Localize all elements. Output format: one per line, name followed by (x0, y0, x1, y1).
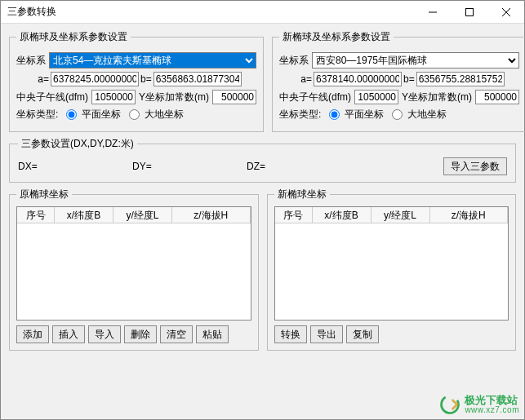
new-b-label: b= (403, 73, 415, 85)
convert-button[interactable]: 转换 (274, 325, 307, 343)
watermark-name: 极光下载站 (465, 395, 519, 405)
close-button[interactable] (487, 1, 524, 23)
col-y[interactable]: y/经度L (372, 207, 430, 223)
copy-button[interactable]: 复制 (346, 325, 379, 343)
orig-a-input[interactable] (51, 72, 139, 86)
new-meridian-input[interactable] (354, 90, 398, 104)
import-three-params-button[interactable]: 导入三参数 (443, 157, 507, 175)
new-yconst-label: Y坐标加常数(m) (402, 91, 472, 104)
orig-meridian-input[interactable] (91, 90, 136, 104)
three-params-group: 三参数设置(DX,DY,DZ:米) DX= DY= DZ= 导入三参数 (9, 137, 516, 183)
orig-legend: 原椭球及坐标系参数设置 (16, 30, 131, 44)
new-b-input[interactable] (416, 72, 505, 86)
dz-label: DZ= (247, 161, 287, 172)
orig-type-plane-label: 平面坐标 (82, 108, 121, 122)
col-y[interactable]: y/经度L (113, 207, 172, 223)
new-coord-headers: 序号 x/纬度B y/经度L z/海拔H (275, 207, 509, 223)
minimize-button[interactable] (414, 1, 451, 23)
col-x[interactable]: x/纬度B (313, 207, 372, 223)
titlebar: 三参数转换 (1, 1, 524, 24)
new-a-label: a= (300, 73, 312, 85)
window-title: 三参数转换 (7, 5, 414, 19)
new-type-geo-label: 大地坐标 (407, 108, 447, 122)
watermark-icon (438, 393, 461, 416)
new-legend: 新椭球及坐标系参数设置 (279, 30, 394, 44)
add-button[interactable]: 添加 (16, 325, 49, 343)
new-coord-group: 新椭球坐标 序号 x/纬度B y/经度L z/海拔H 转换 导出 复制 (267, 188, 517, 351)
orig-coord-label: 坐标系 (16, 54, 46, 68)
new-coord-label: 坐标系 (279, 54, 309, 68)
new-coord-legend: 新椭球坐标 (274, 188, 330, 201)
svg-point-4 (438, 393, 461, 416)
content: 原椭球及坐标系参数设置 坐标系 北京54—克拉索夫斯基椭球 a= b= 中央子午… (1, 24, 524, 419)
dx-label: DX= (18, 161, 59, 172)
maximize-button[interactable] (451, 1, 487, 23)
new-type-plane-radio[interactable] (329, 109, 340, 120)
delete-button[interactable]: 删除 (124, 325, 157, 343)
new-meridian-label: 中央子午线(dfm) (279, 91, 351, 104)
app-window: 三参数转换 原椭球及坐标系参数设置 坐标系 北京54—克拉索夫斯基椭球 (0, 0, 525, 420)
new-coord-select[interactable]: 西安80—1975年国际椭球 (312, 52, 519, 69)
window-controls (414, 1, 524, 23)
export-button[interactable]: 导出 (310, 325, 343, 343)
clear-button[interactable]: 清空 (160, 325, 193, 343)
paste-button[interactable]: 粘贴 (196, 325, 229, 343)
watermark: 极光下载站 www.xz7.com (438, 393, 519, 416)
maximize-icon (465, 8, 474, 16)
orig-meridian-label: 中央子午线(dfm) (16, 91, 88, 104)
orig-type-geo-radio[interactable] (129, 109, 140, 120)
watermark-url: www.xz7.com (465, 405, 519, 414)
orig-coord-list[interactable]: 序号 x/纬度B y/经度L z/海拔H (16, 206, 251, 321)
col-idx[interactable]: 序号 (17, 207, 55, 223)
col-x[interactable]: x/纬度B (55, 207, 113, 223)
col-idx[interactable]: 序号 (275, 207, 313, 223)
orig-a-label: a= (38, 73, 49, 85)
new-type-plane-label: 平面坐标 (345, 108, 384, 122)
svg-rect-1 (465, 8, 473, 15)
new-yconst-input[interactable] (475, 90, 519, 104)
orig-yconst-label: Y坐标加常数(m) (139, 91, 209, 104)
orig-b-input[interactable] (153, 72, 242, 86)
orig-coord-legend: 原椭球坐标 (16, 188, 72, 201)
insert-button[interactable]: 插入 (52, 325, 85, 343)
orig-type-geo-label: 大地坐标 (145, 108, 184, 122)
orig-type-plane-radio[interactable] (66, 109, 77, 120)
three-legend: 三参数设置(DX,DY,DZ:米) (18, 137, 137, 151)
orig-ellipsoid-group: 原椭球及坐标系参数设置 坐标系 北京54—克拉索夫斯基椭球 a= b= 中央子午… (9, 30, 264, 132)
new-type-label: 坐标类型: (279, 108, 321, 122)
import-button[interactable]: 导入 (88, 325, 121, 343)
new-type-geo-radio[interactable] (392, 109, 403, 120)
close-icon (502, 8, 510, 16)
orig-coord-headers: 序号 x/纬度B y/经度L z/海拔H (17, 207, 251, 223)
new-coord-list[interactable]: 序号 x/纬度B y/经度L z/海拔H (274, 206, 509, 321)
orig-coord-group: 原椭球坐标 序号 x/纬度B y/经度L z/海拔H 添加 插入 导入 删除 清… (9, 188, 259, 351)
new-ellipsoid-group: 新椭球及坐标系参数设置 坐标系 西安80—1975年国际椭球 a= b= 中央子… (272, 30, 525, 132)
orig-coord-select[interactable]: 北京54—克拉索夫斯基椭球 (49, 52, 256, 69)
minimize-icon (429, 8, 437, 16)
new-a-input[interactable] (314, 72, 402, 86)
orig-yconst-input[interactable] (212, 90, 256, 104)
orig-type-label: 坐标类型: (16, 108, 58, 122)
col-z[interactable]: z/海拔H (430, 207, 509, 223)
dy-label: DY= (132, 161, 173, 172)
orig-b-label: b= (140, 73, 152, 85)
col-z[interactable]: z/海拔H (172, 207, 251, 223)
